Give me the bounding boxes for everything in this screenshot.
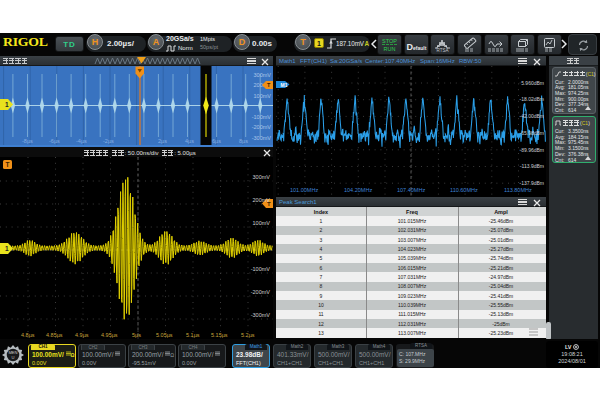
- svg-text:1: 1: [5, 245, 9, 252]
- svg-text:U: U: [12, 355, 15, 360]
- svg-text:1: 1: [5, 101, 9, 108]
- svg-text:M1: M1: [281, 82, 288, 88]
